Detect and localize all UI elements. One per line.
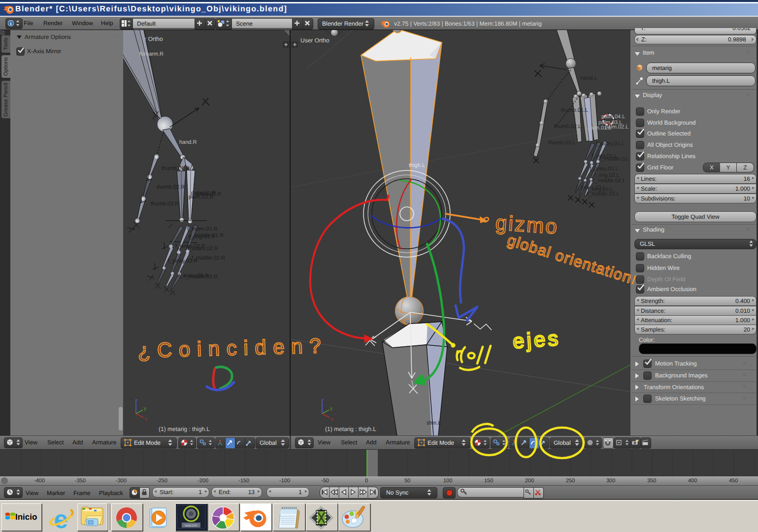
svg-text:f_pinky.03.R: f_pinky.03.R	[168, 258, 198, 264]
svg-text:f_pinky.03.L: f_pinky.03.L	[590, 166, 619, 172]
svg-text:palm.01.L: palm.01.L	[588, 125, 611, 131]
svg-text:f_index.01.R: f_index.01.R	[187, 226, 218, 232]
svg-text:f_middle.03.L: f_middle.03.L	[587, 191, 620, 197]
svg-text:thumb.03.L: thumb.03.L	[548, 140, 575, 146]
svg-text:palm.04.L: palm.04.L	[601, 114, 625, 120]
svg-text:wacom: wacom	[184, 523, 198, 528]
svg-text:thumb.02.L: thumb.02.L	[554, 124, 581, 130]
svg-text:hand.R: hand.R	[179, 139, 197, 145]
svg-text:forearm.R: forearm.R	[139, 51, 164, 57]
svg-text:f_middle.02.L: f_middle.02.L	[593, 178, 626, 184]
svg-text:f_middle.03.R: f_middle.03.R	[184, 274, 218, 280]
svg-text:f_index.02.R: f_index.02.R	[188, 246, 218, 252]
svg-text:thumb.01.R: thumb.01.R	[162, 166, 190, 171]
svg-text:thumb.01.L: thumb.01.L	[561, 107, 588, 113]
svg-text:shin.L: shin.L	[427, 420, 441, 426]
svg-text:f_ring.01.R: f_ring.01.R	[189, 234, 215, 240]
svg-text:f_pinky.01.L: f_pinky.01.L	[596, 141, 625, 147]
svg-text:thigh.L: thigh.L	[409, 163, 425, 168]
svg-text:palm.03.R: palm.03.R	[189, 194, 213, 200]
svg-text:i: i	[10, 21, 12, 27]
svg-text:hand.L: hand.L	[581, 75, 597, 81]
svg-text:f_middle.01.: f_middle.01.	[600, 156, 629, 162]
svg-text:thumb.03.R: thumb.03.R	[151, 201, 179, 207]
svg-text:thumb.02.R: thumb.02.R	[157, 184, 185, 190]
